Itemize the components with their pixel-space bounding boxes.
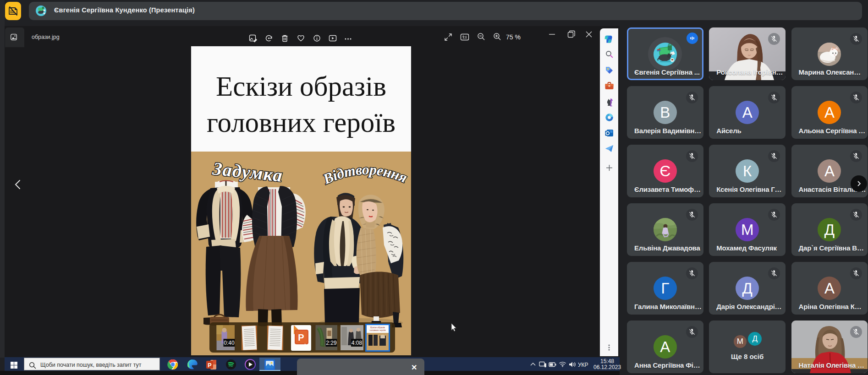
svg-text:Відтворення: Відтворення [320, 161, 409, 188]
svg-text:Ескізи образів: Ескізи образів [370, 326, 385, 329]
svg-text:2:29: 2:29 [326, 340, 337, 346]
svg-text:4:08: 4:08 [352, 340, 363, 346]
svg-text:P: P [298, 332, 304, 342]
svg-text:0:40: 0:40 [224, 340, 235, 346]
svg-text:P: P [208, 362, 211, 369]
svg-text:головних героїв: головних героїв [370, 329, 386, 332]
